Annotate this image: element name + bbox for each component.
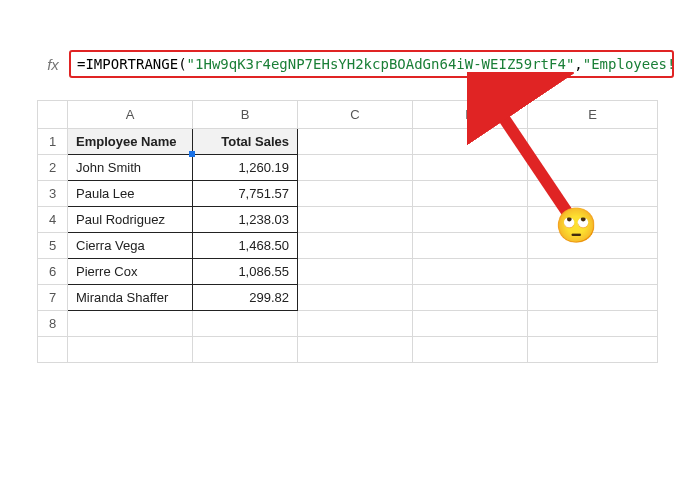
row-header-7[interactable]: 7: [38, 285, 68, 311]
row-2: 2 John Smith 1,260.19: [38, 155, 658, 181]
row-header-9[interactable]: [38, 337, 68, 363]
cell-e8[interactable]: [528, 311, 658, 337]
cell-a3[interactable]: Paula Lee: [68, 181, 193, 207]
formula-input[interactable]: = IMPORTRANGE ( "1Hw9qK3r4egNP7EHsYH2kcp…: [69, 50, 674, 78]
cell-e2[interactable]: [528, 155, 658, 181]
cell-a9[interactable]: [68, 337, 193, 363]
cell-d5[interactable]: [413, 233, 528, 259]
cell-a7[interactable]: Miranda Shaffer: [68, 285, 193, 311]
formula-fn: IMPORTRANGE: [85, 56, 178, 72]
cell-b1[interactable]: Total Sales: [193, 129, 298, 155]
cell-a2[interactable]: John Smith: [68, 155, 193, 181]
row-header-1[interactable]: 1: [38, 129, 68, 155]
cell-c3[interactable]: [298, 181, 413, 207]
cell-d8[interactable]: [413, 311, 528, 337]
cell-b3[interactable]: 7,751.57: [193, 181, 298, 207]
row-header-3[interactable]: 3: [38, 181, 68, 207]
cell-d6[interactable]: [413, 259, 528, 285]
cell-d4[interactable]: [413, 207, 528, 233]
fx-label: fx: [37, 56, 69, 73]
select-all-corner[interactable]: [38, 101, 68, 129]
cell-d7[interactable]: [413, 285, 528, 311]
selection-handle-icon: [189, 151, 195, 157]
cell-c9[interactable]: [298, 337, 413, 363]
row-6: 6 Pierre Cox 1,086.55: [38, 259, 658, 285]
cell-a5[interactable]: Cierra Vega: [68, 233, 193, 259]
col-header-c[interactable]: C: [298, 101, 413, 129]
row-header-4[interactable]: 4: [38, 207, 68, 233]
row-1: 1 Employee Name Total Sales: [38, 129, 658, 155]
col-header-d[interactable]: D: [413, 101, 528, 129]
cell-c8[interactable]: [298, 311, 413, 337]
cell-b8[interactable]: [193, 311, 298, 337]
column-header-row: A B C D E: [38, 101, 658, 129]
col-header-a[interactable]: A: [68, 101, 193, 129]
cell-a4[interactable]: Paul Rodriguez: [68, 207, 193, 233]
header-a-text: Employee Name: [76, 134, 176, 149]
cell-b5[interactable]: 1,468.50: [193, 233, 298, 259]
cell-b2[interactable]: 1,260.19: [193, 155, 298, 181]
cell-d1[interactable]: [413, 129, 528, 155]
cell-a1[interactable]: Employee Name: [68, 129, 193, 155]
cell-b9[interactable]: [193, 337, 298, 363]
cell-c5[interactable]: [298, 233, 413, 259]
cell-e1[interactable]: [528, 129, 658, 155]
cell-a8[interactable]: [68, 311, 193, 337]
cell-a6[interactable]: Pierre Cox: [68, 259, 193, 285]
cell-c2[interactable]: [298, 155, 413, 181]
cell-e7[interactable]: [528, 285, 658, 311]
eye-roll-emoji-icon: 🙄: [555, 208, 597, 242]
row-header-2[interactable]: 2: [38, 155, 68, 181]
cell-c1[interactable]: [298, 129, 413, 155]
cell-c4[interactable]: [298, 207, 413, 233]
cell-b4[interactable]: 1,238.03: [193, 207, 298, 233]
row-header-8[interactable]: 8: [38, 311, 68, 337]
cell-e3[interactable]: [528, 181, 658, 207]
cell-d3[interactable]: [413, 181, 528, 207]
row-3: 3 Paula Lee 7,751.57: [38, 181, 658, 207]
cell-e6[interactable]: [528, 259, 658, 285]
cell-b6[interactable]: 1,086.55: [193, 259, 298, 285]
row-7: 7 Miranda Shaffer 299.82: [38, 285, 658, 311]
formula-arg2: "Employees!A1:B7": [583, 56, 674, 72]
row-header-6[interactable]: 6: [38, 259, 68, 285]
col-header-b[interactable]: B: [193, 101, 298, 129]
formula-sep: ,: [574, 56, 582, 72]
cell-d9[interactable]: [413, 337, 528, 363]
row-9: [38, 337, 658, 363]
formula-open: (: [178, 56, 186, 72]
row-8: 8: [38, 311, 658, 337]
cell-e9[interactable]: [528, 337, 658, 363]
cell-d2[interactable]: [413, 155, 528, 181]
cell-c7[interactable]: [298, 285, 413, 311]
cell-b7[interactable]: 299.82: [193, 285, 298, 311]
cell-c6[interactable]: [298, 259, 413, 285]
col-header-e[interactable]: E: [528, 101, 658, 129]
row-header-5[interactable]: 5: [38, 233, 68, 259]
formula-eq: =: [77, 56, 85, 72]
formula-bar[interactable]: fx = IMPORTRANGE ( "1Hw9qK3r4egNP7EHsYH2…: [37, 50, 674, 78]
formula-arg1: "1Hw9qK3r4egNP7EHsYH2kcpBOAdGn64iW-WEIZ5…: [187, 56, 575, 72]
